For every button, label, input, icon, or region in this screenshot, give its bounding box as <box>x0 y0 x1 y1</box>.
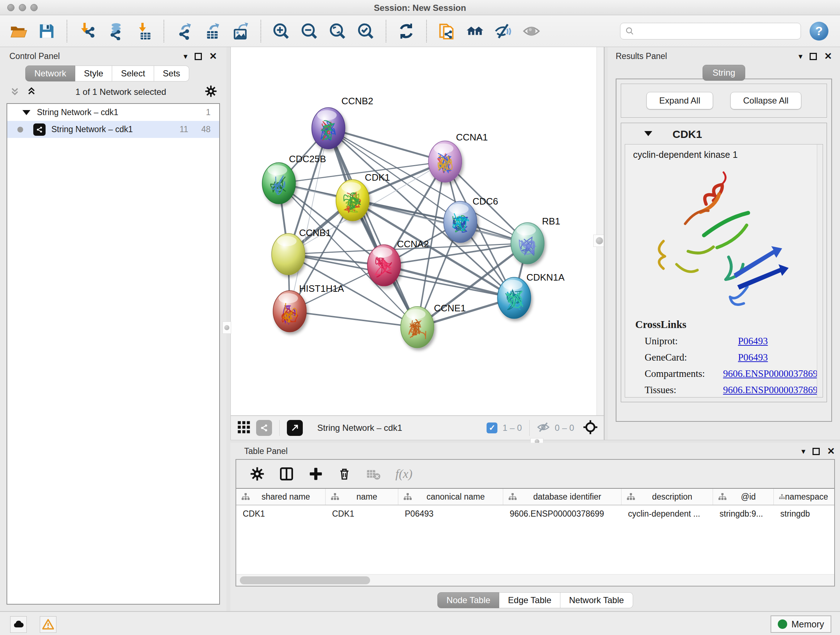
network-options-gear-icon[interactable] <box>205 85 217 99</box>
panel-collapse-icon[interactable]: ▾ <box>183 52 187 61</box>
tree-expander-icon[interactable] <box>22 110 30 115</box>
open-session-icon[interactable] <box>9 21 28 41</box>
zoom-out-icon[interactable] <box>300 21 319 41</box>
memory-button[interactable]: Memory <box>771 616 831 633</box>
expand-all-networks-icon[interactable] <box>26 86 37 98</box>
results-vscrollbar[interactable] <box>817 144 823 397</box>
panel-float-icon[interactable] <box>810 53 817 60</box>
export-image-icon[interactable] <box>231 21 250 41</box>
entry-expander-icon[interactable] <box>644 131 652 138</box>
table-cell[interactable]: P06493 <box>398 505 503 523</box>
control-splitter-knob[interactable] <box>223 321 231 334</box>
zoom-in-icon[interactable] <box>271 21 291 41</box>
network-node-HIST1H1A[interactable]: HIST1H1A <box>273 283 344 332</box>
refresh-icon[interactable] <box>396 21 416 41</box>
column-header-name[interactable]: name <box>325 489 398 505</box>
expand-all-button[interactable]: Expand All <box>646 92 713 109</box>
network-node-RB1[interactable]: RB1 <box>511 216 560 264</box>
table-cell[interactable]: cyclin-dependent ... <box>622 505 713 523</box>
tab-network-table[interactable]: Network Table <box>561 592 633 608</box>
show-glasspane-icon[interactable] <box>522 21 541 41</box>
table-cell[interactable]: CDK1 <box>325 505 398 523</box>
fit-selection-crosshair-icon[interactable] <box>583 420 598 436</box>
open-in-new-window-icon[interactable] <box>287 420 303 436</box>
panel-close-icon[interactable]: ✕ <box>824 51 832 62</box>
panel-collapse-icon[interactable]: ▾ <box>798 52 802 61</box>
tab-select[interactable]: Select <box>112 65 154 81</box>
edge-CCNB2-CCNE1[interactable] <box>328 128 417 327</box>
zoom-fit-icon[interactable] <box>328 21 347 41</box>
network-node-CCNA1[interactable]: CCNA1 <box>428 132 488 182</box>
hidden-eye-slash-icon[interactable] <box>537 421 550 435</box>
hide-glasspane-icon[interactable] <box>493 21 513 41</box>
crosslink-link[interactable]: P06493 <box>738 336 768 347</box>
export-table-icon[interactable] <box>202 21 222 41</box>
create-column-icon[interactable] <box>309 467 323 481</box>
collapse-all-networks-icon[interactable] <box>9 86 20 98</box>
import-table-file-icon[interactable] <box>134 21 153 41</box>
network-node-CCNE1[interactable]: CCNE1 <box>401 302 466 348</box>
cloud-status-button[interactable] <box>10 616 27 633</box>
network-collection-row[interactable]: String Network – cdk1 1 <box>7 104 219 121</box>
tab-network[interactable]: Network <box>25 65 75 81</box>
export-network-icon[interactable] <box>174 21 194 41</box>
network-node-CCNB1[interactable]: CCNB1 <box>272 227 331 275</box>
tab-style[interactable]: Style <box>75 65 112 81</box>
panel-close-icon[interactable]: ✕ <box>209 51 217 62</box>
tab-edge-table[interactable]: Edge Table <box>499 592 561 608</box>
panel-float-icon[interactable] <box>195 53 202 60</box>
function-builder-icon[interactable]: f(x) <box>395 467 412 481</box>
network-node-CDC6[interactable]: CDC6 <box>444 196 498 242</box>
import-network-database-icon[interactable] <box>106 21 125 41</box>
tab-sets[interactable]: Sets <box>154 65 189 81</box>
panel-float-icon[interactable] <box>813 448 820 455</box>
crosslink-link[interactable]: 9606.ENSP00000378699 <box>723 368 823 379</box>
show-columns-icon[interactable] <box>279 466 294 481</box>
table-cell[interactable]: 9606.ENSP00000378699 <box>503 505 622 523</box>
tab-string[interactable]: String <box>703 65 745 81</box>
search-input[interactable] <box>620 23 801 40</box>
table-options-gear-icon[interactable] <box>250 467 264 481</box>
edge-HIST1H1A-CCNE1[interactable] <box>290 311 417 327</box>
crosslink-link[interactable]: 9606.ENSP00000378699 <box>723 385 823 396</box>
table-row[interactable]: CDK1CDK1P064939606.ENSP00000378699cyclin… <box>236 505 834 523</box>
column-header--id[interactable]: @id <box>713 489 774 505</box>
network-vscrollbar[interactable] <box>597 47 604 415</box>
panel-collapse-icon[interactable]: ▾ <box>801 447 805 456</box>
delete-table-icon[interactable] <box>366 466 381 481</box>
network-node-CDK1[interactable]: CDK1 <box>336 172 390 221</box>
table-cell[interactable]: CDK1 <box>236 505 325 523</box>
table-cell[interactable]: stringdb:9... <box>713 505 774 523</box>
network-canvas[interactable]: CCNB2CCNA1CDC25BCDK1CDC6RB1CCNB1CCNA2CDK… <box>231 47 604 415</box>
warning-status-button[interactable] <box>40 616 57 633</box>
crosslink-link[interactable]: P06493 <box>738 352 768 363</box>
results-panel: Results Panel ▾ ✕ String Expand All Coll… <box>608 47 840 440</box>
column-header-canonical-name[interactable]: canonical name <box>398 489 503 505</box>
network-row[interactable]: String Network – cdk1 11 48 <box>7 121 219 138</box>
import-network-file-icon[interactable] <box>77 21 97 41</box>
table-cell[interactable]: stringdb <box>774 505 832 523</box>
column-header-namespace[interactable]: namespace <box>774 489 832 505</box>
network-node-CDKN1A[interactable]: CDKN1A <box>497 272 565 318</box>
zoom-selected-icon[interactable] <box>356 21 376 41</box>
table-hscrollbar[interactable] <box>236 574 834 586</box>
selected-checkbox-icon[interactable]: ✓ <box>486 423 497 433</box>
string-network-graph[interactable]: CCNB2CCNA1CDC25BCDK1CDC6RB1CCNB1CCNA2CDK… <box>231 47 604 415</box>
network-view-toolbar: String Network – cdk1 ✓ 1 – 0 0 – 0 <box>231 415 604 440</box>
save-session-icon[interactable] <box>37 21 57 41</box>
column-header-database-identifier[interactable]: database identifier <box>503 489 622 505</box>
node-label-CDKN1A: CDKN1A <box>526 272 565 283</box>
tab-node-table[interactable]: Node Table <box>437 592 499 608</box>
results-splitter[interactable] <box>604 47 608 440</box>
column-header-description[interactable]: description <box>622 489 713 505</box>
panel-close-icon[interactable]: ✕ <box>827 446 835 457</box>
birds-eye-view-icon[interactable] <box>237 420 251 436</box>
network-share-badge-icon[interactable] <box>256 420 272 436</box>
string-home-icon[interactable] <box>465 21 485 41</box>
collapse-all-button[interactable]: Collapse All <box>730 92 801 109</box>
column-header-shared-name[interactable]: shared name <box>236 489 325 505</box>
hscrollbar-thumb[interactable] <box>240 576 370 584</box>
clone-network-icon[interactable] <box>437 21 456 41</box>
delete-column-icon[interactable] <box>338 467 351 481</box>
help-icon[interactable]: ? <box>810 22 829 41</box>
